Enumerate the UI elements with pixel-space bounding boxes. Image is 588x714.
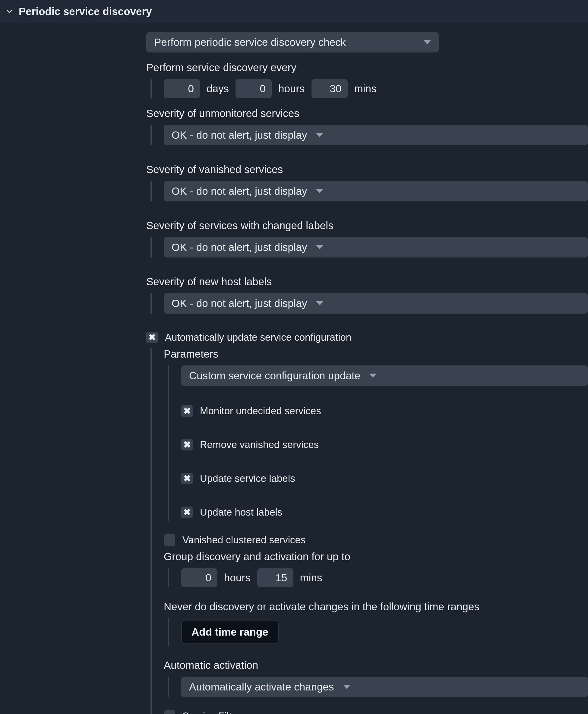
update-service-labels-label: Update service labels (200, 473, 295, 484)
service-filters-row: Service Filters (164, 710, 588, 714)
monitor-undecided-label: Monitor undecided services (200, 405, 321, 417)
auto-update-row: Automatically update service configurati… (146, 332, 588, 343)
sev-changed-select[interactable]: OK - do not alert, just display (164, 237, 588, 257)
sev-vanished-label: Severity of vanished services (146, 163, 588, 175)
auto-activation-value: Automatically activate changes (189, 681, 334, 693)
dropdown-arrow-icon (370, 374, 377, 378)
auto-activation-select[interactable]: Automatically activate changes (181, 677, 588, 697)
auto-update-label: Automatically update service configurati… (165, 332, 351, 343)
remove-vanished-row: Remove vanished services (181, 439, 588, 450)
sev-unmonitored-select[interactable]: OK - do not alert, just display (164, 125, 588, 145)
dropdown-arrow-icon (316, 301, 323, 306)
vanished-clustered-row: Vanished clustered services (164, 534, 588, 546)
interval-mins-input[interactable]: 30 (312, 79, 348, 98)
custom-update-value: Custom service configuration update (189, 370, 360, 382)
discovery-mode-value: Perform periodic service discovery check (154, 36, 346, 48)
remove-vanished-label: Remove vanished services (200, 439, 319, 450)
chevron-down-icon (6, 8, 13, 15)
vanished-clustered-label: Vanished clustered services (183, 534, 306, 546)
vanished-clustered-checkbox[interactable] (164, 534, 175, 546)
interval-mins-unit: mins (354, 83, 377, 95)
monitor-undecided-checkbox[interactable] (181, 405, 193, 417)
service-filters-label: Service Filters (183, 710, 246, 714)
add-time-range-button[interactable]: Add time range (181, 620, 279, 644)
sev-hostlabels-value: OK - do not alert, just display (172, 297, 307, 309)
sev-hostlabels-select[interactable]: OK - do not alert, just display (164, 293, 588, 314)
update-host-labels-row: Update host labels (181, 507, 588, 518)
content-area: Perform periodic service discovery check… (0, 23, 588, 714)
update-host-labels-label: Update host labels (200, 507, 282, 518)
interval-days-unit: days (207, 83, 229, 95)
section-header[interactable]: Periodic service discovery (0, 0, 588, 23)
dropdown-arrow-icon (424, 40, 431, 44)
auto-update-body: Parameters Custom service configuration … (150, 348, 588, 714)
interval-hours-unit: hours (278, 83, 305, 95)
dropdown-arrow-icon (316, 189, 323, 193)
sev-changed-value: OK - do not alert, just display (172, 241, 307, 253)
group-hours-unit: hours (224, 572, 251, 584)
monitor-undecided-row: Monitor undecided services (181, 405, 588, 417)
interval-days-input[interactable]: 0 (164, 79, 200, 98)
never-discovery-label: Never do discovery or activate changes i… (164, 601, 588, 613)
sev-vanished-select[interactable]: OK - do not alert, just display (164, 181, 588, 202)
group-interval-inputs: 0 hours 15 mins (181, 568, 588, 587)
dropdown-arrow-icon (316, 133, 323, 137)
update-service-labels-checkbox[interactable] (181, 473, 193, 484)
interval-label: Perform service discovery every (146, 62, 588, 74)
group-discovery-label: Group discovery and activation for up to (164, 551, 588, 563)
group-mins-input[interactable]: 15 (257, 568, 293, 587)
sev-hostlabels-label: Severity of new host labels (146, 276, 588, 288)
interval-hours-input[interactable]: 0 (235, 79, 272, 98)
auto-update-checkbox[interactable] (146, 332, 158, 343)
remove-vanished-checkbox[interactable] (181, 439, 193, 450)
sev-vanished-value: OK - do not alert, just display (172, 185, 307, 197)
sev-unmonitored-label: Severity of unmonitored services (146, 107, 588, 120)
auto-activation-label: Automatic activation (164, 659, 588, 671)
service-filters-checkbox[interactable] (164, 710, 175, 714)
dropdown-arrow-icon (343, 685, 350, 689)
group-hours-input[interactable]: 0 (181, 568, 217, 587)
sev-unmonitored-value: OK - do not alert, just display (172, 129, 307, 141)
interval-inputs: 0 days 0 hours 30 mins (164, 79, 588, 98)
sev-changed-label: Severity of services with changed labels (146, 219, 588, 232)
discovery-mode-select[interactable]: Perform periodic service discovery check (146, 32, 439, 52)
group-mins-unit: mins (300, 572, 322, 584)
update-host-labels-checkbox[interactable] (181, 507, 193, 518)
section-title: Periodic service discovery (19, 5, 152, 18)
parameters-label: Parameters (164, 348, 588, 360)
update-service-labels-row: Update service labels (181, 473, 588, 484)
dropdown-arrow-icon (316, 245, 323, 249)
custom-update-select[interactable]: Custom service configuration update (181, 365, 588, 386)
